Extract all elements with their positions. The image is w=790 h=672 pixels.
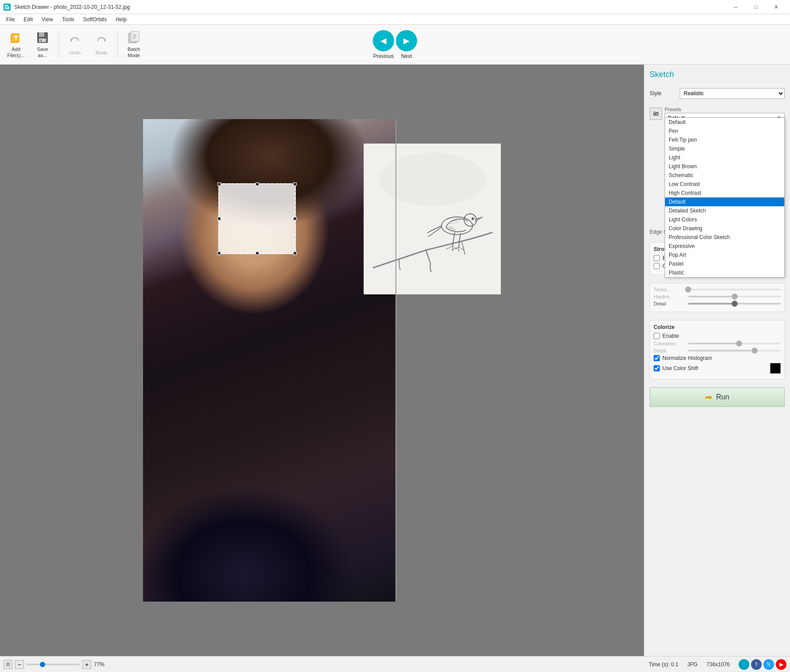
window-title: Sketch Drawer - photo_2022-10-20_12-31-5… — [14, 4, 130, 10]
preset-option-felt-tip[interactable]: Felt-Tip pen — [665, 135, 784, 144]
zoom-controls: ⊡ − + 77% — [4, 660, 105, 669]
main-area: Sketch Style Realistic — [0, 65, 790, 656]
menu-file[interactable]: File — [2, 15, 19, 23]
app-icon — [4, 4, 11, 11]
preset-option-simple[interactable]: Simple — [665, 144, 784, 153]
colorize-title: Colorize — [654, 324, 781, 330]
canvas-area[interactable] — [0, 65, 644, 656]
preset-option-expressive[interactable]: Expressive — [665, 242, 784, 251]
hardness-slider[interactable] — [688, 296, 781, 297]
zoom-plus-button[interactable]: + — [82, 660, 91, 669]
preset-option-high-contrast[interactable]: High Contrast — [665, 189, 784, 197]
normalize-checkbox[interactable] — [654, 355, 660, 361]
minimize-button[interactable]: ─ — [725, 0, 746, 14]
preset-option-light-colors[interactable]: Light Colors — [665, 215, 784, 224]
handle-br[interactable] — [293, 251, 297, 255]
color-shift-label: Use Color Shift — [662, 365, 698, 371]
stroke-col-checkbox[interactable] — [654, 263, 660, 269]
preset-option-light[interactable]: Light — [665, 153, 784, 162]
run-label: Run — [716, 393, 729, 401]
colorize-enable-checkbox[interactable] — [654, 333, 660, 339]
handle-lm[interactable] — [217, 217, 221, 220]
sketch-preview-panel — [364, 143, 501, 294]
status-format: JPG — [687, 661, 697, 668]
handle-tl[interactable] — [217, 182, 221, 186]
preset-option-schematic[interactable]: Schematic — [665, 171, 784, 180]
style-select[interactable]: Realistic — [680, 88, 785, 99]
photo-left — [143, 119, 395, 602]
menu-tools[interactable]: Tools — [58, 15, 79, 23]
toolbar-sep-1 — [58, 31, 59, 58]
previous-label: Previous — [373, 53, 394, 59]
status-dimensions: 736x1076 — [706, 661, 730, 668]
texture-slider[interactable] — [688, 289, 781, 290]
settings-icon-main[interactable] — [650, 108, 662, 120]
zoom-minus-button[interactable]: − — [15, 660, 24, 669]
save-as-button[interactable]: Save as... — [30, 28, 55, 61]
colorize-enable-row: Enable — [654, 333, 781, 339]
handle-tr[interactable] — [293, 182, 297, 186]
preset-option-detailed-sketch[interactable]: Detailed Sketch — [665, 206, 784, 215]
menu-softorbits[interactable]: SoftOrbits — [79, 15, 111, 23]
twitter-icon[interactable]: 𝕏 — [763, 659, 774, 670]
zoom-slider[interactable] — [27, 664, 80, 665]
title-bar-left: Sketch Drawer - photo_2022-10-20_12-31-5… — [4, 4, 130, 11]
save-as-label: Save as... — [37, 46, 48, 58]
menu-help[interactable]: Help — [111, 15, 131, 23]
undo-icon — [68, 34, 82, 48]
menu-edit[interactable]: Edit — [19, 15, 37, 23]
add-files-label: Add File(s)... — [7, 46, 25, 58]
undo-button[interactable]: Undo — [62, 28, 87, 61]
detail-slider[interactable] — [688, 303, 781, 305]
coloration-slider[interactable] — [688, 343, 781, 344]
preset-option-pro-color-sketch[interactable]: Professional Color Sketch — [665, 233, 784, 242]
svg-marker-6 — [70, 39, 73, 42]
handle-bl[interactable] — [217, 251, 221, 255]
previous-button[interactable]: ◀ — [373, 30, 394, 51]
colorize-detail-slider[interactable] — [688, 350, 781, 351]
color-swatch[interactable] — [770, 363, 781, 374]
style-label: Style — [650, 90, 676, 97]
redo-button[interactable]: Redo — [89, 28, 114, 61]
presets-container: Presets Default ▼ Default Pen Felt-Tip p… — [665, 107, 785, 124]
preset-option-default-selected[interactable]: Default — [665, 197, 784, 206]
status-bar: ⊡ − + 77% Time (s): 0.1 JPG 736x1076 🌐 f… — [0, 656, 790, 672]
close-button[interactable]: ✕ — [766, 0, 786, 14]
window-controls: ─ □ ✕ — [725, 0, 786, 14]
run-arrow-icon: ➡ — [705, 392, 713, 402]
selection-box[interactable] — [218, 183, 296, 254]
next-button[interactable]: ▶ — [396, 30, 417, 51]
run-button[interactable]: ➡ Run — [650, 387, 785, 407]
canvas-divider — [395, 119, 396, 602]
youtube-icon[interactable]: ▶ — [776, 659, 786, 670]
preset-option-pen[interactable]: Pen — [665, 127, 784, 135]
stroke-enable-checkbox[interactable] — [654, 255, 660, 261]
svg-point-20 — [654, 112, 655, 113]
website-icon[interactable]: 🌐 — [739, 659, 749, 670]
menu-view[interactable]: View — [37, 15, 58, 23]
handle-tm[interactable] — [256, 182, 259, 186]
color-shift-row: Use Color Shift — [654, 363, 781, 374]
color-shift-checkbox[interactable] — [654, 365, 660, 371]
preset-option-plastic[interactable]: Plastic — [665, 268, 784, 277]
preset-option-light-brown[interactable]: Light Brown — [665, 162, 784, 171]
next-label: Next — [401, 53, 412, 59]
handle-rm[interactable] — [293, 217, 297, 220]
svg-rect-10 — [131, 31, 139, 41]
handle-bm[interactable] — [256, 251, 259, 255]
maximize-button[interactable]: □ — [746, 0, 766, 14]
preset-option-pop-art[interactable]: Pop Art — [665, 251, 784, 259]
preset-option-default-top[interactable]: Default — [665, 118, 784, 127]
preset-option-low-contrast[interactable]: Low Contrast — [665, 180, 784, 189]
social-icons: 🌐 f 𝕏 ▶ — [739, 659, 786, 670]
svg-rect-5 — [40, 39, 42, 42]
preset-option-pastel[interactable]: Pastel — [665, 259, 784, 268]
title-bar: Sketch Drawer - photo_2022-10-20_12-31-5… — [0, 0, 790, 14]
hardness-row: Hardne... — [654, 294, 781, 299]
previous-nav-group: ◀ Previous — [373, 30, 394, 59]
add-files-button[interactable]: Add File(s)... — [4, 28, 28, 61]
batch-mode-button[interactable]: Batch Mode — [121, 28, 146, 61]
facebook-icon[interactable]: f — [751, 659, 762, 670]
zoom-fit-button[interactable]: ⊡ — [4, 660, 12, 669]
preset-option-color-drawing[interactable]: Color Drawing — [665, 224, 784, 233]
